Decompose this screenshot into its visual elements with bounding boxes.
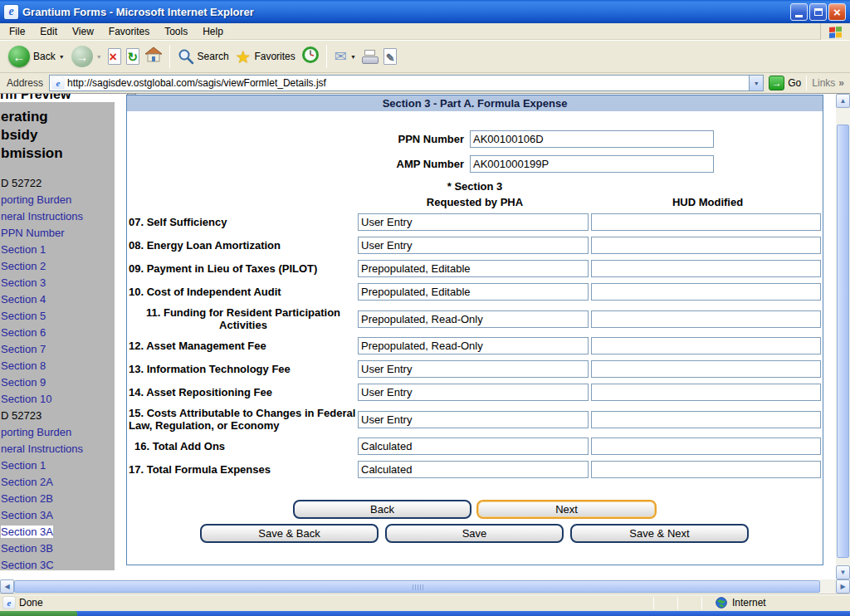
row-label: 16. Total Add Ons [127,440,358,452]
field-hud-modified[interactable] [591,461,821,478]
menu-bar: FileEditViewFavoritesToolsHelp [0,23,850,40]
field-hud-modified[interactable] [591,283,821,301]
restore-button[interactable] [809,3,827,21]
menu-items: FileEditViewFavoritesToolsHelp [0,23,231,39]
menu-item-help[interactable]: Help [195,23,231,40]
back-button[interactable]: Back [293,500,471,519]
address-input[interactable]: e http://sagisdev.ostglobal.com/sagis/vi… [49,75,764,91]
horizontal-scrollbar[interactable]: ◀ ▶ [0,579,850,594]
sidebar-link-section-3[interactable]: Section 3 [0,275,115,291]
menu-item-edit[interactable]: Edit [32,23,65,40]
menu-item-view[interactable]: View [65,23,101,40]
forward-button[interactable]: → ▼ [68,44,105,69]
ppn-number-field[interactable] [470,130,714,148]
sidebar-link-section-3c[interactable]: Section 3C [0,557,115,574]
close-button[interactable]: × [828,3,846,21]
sidebar-link-section-3b[interactable]: Section 3B [0,540,115,557]
sidebar-link-section-1[interactable]: Section 1 [0,242,115,258]
field-requested-by-pha[interactable] [358,411,589,428]
field-requested-by-pha[interactable] [358,360,589,378]
vertical-scrollbar-thumb[interactable] [837,125,849,558]
sidebar-link-ppn-number[interactable]: PPN Number [0,225,115,242]
save-back-button[interactable]: Save & Back [200,524,379,543]
field-requested-by-pha[interactable] [358,237,589,254]
field-hud-modified[interactable] [591,237,821,254]
window-title: Grantium Forms - Microsoft Internet Expl… [22,6,790,18]
field-hud-modified[interactable] [591,411,821,428]
menu-item-favorites[interactable]: Favorites [101,23,157,40]
field-requested-by-pha[interactable] [358,310,589,328]
sidebar-link-section-3a[interactable]: Section 3A [0,507,115,524]
sidebar-link-section-2b[interactable]: Section 2B [0,491,115,507]
scroll-left-button[interactable]: ◀ [0,579,14,594]
field-hud-modified[interactable] [591,384,821,401]
sidebar-link-neral-instructions[interactable]: neral Instructions [0,441,115,457]
forward-dropdown-icon[interactable]: ▼ [96,54,102,60]
back-button[interactable]: ← Back ▼ [5,44,68,69]
horizontal-scrollbar-thumb[interactable] [14,580,820,593]
sidebar-link-section-10[interactable]: Section 10 [0,391,115,408]
field-requested-by-pha[interactable] [358,438,589,455]
form-row-07-self-sufficiency: 07. Self Sufficiency [127,213,823,231]
field-hud-modified[interactable] [591,213,821,231]
field-requested-by-pha[interactable] [358,260,589,277]
scroll-right-button[interactable]: ▶ [836,579,850,594]
field-requested-by-pha[interactable] [358,384,589,401]
go-button[interactable]: → Go [769,76,801,90]
form-frame: Section 3 - Part A. Formula Expense PPN … [126,95,823,565]
search-button[interactable]: Search [174,46,232,66]
field-hud-modified[interactable] [591,438,821,455]
scroll-up-button[interactable]: ▲ [836,94,850,108]
field-hud-modified[interactable] [591,310,821,328]
minimize-icon [795,15,803,17]
sidebar-link-section-2[interactable]: Section 2 [0,258,115,275]
sidebar-link-section-1[interactable]: Section 1 [0,457,115,474]
stop-button[interactable]: × [108,48,121,65]
address-dropdown-button[interactable]: ▼ [749,76,763,90]
links-chevron-icon[interactable]: » [838,77,844,89]
minimize-button[interactable] [790,3,808,21]
sidebar-link-section-2a[interactable]: Section 2A [0,474,115,491]
sidebar-link-section-6[interactable]: Section 6 [0,325,115,341]
field-requested-by-pha[interactable] [358,461,589,478]
status-divider [653,597,654,609]
links-label[interactable]: Links [812,77,835,89]
history-button[interactable] [301,46,320,67]
sidebar-link-section-5[interactable]: Section 5 [0,308,115,325]
favorites-button[interactable]: ★ Favorites [232,46,299,67]
vertical-scrollbar[interactable]: ▲ ▼ [836,94,850,579]
field-requested-by-pha[interactable] [358,283,589,301]
menu-item-tools[interactable]: Tools [157,23,195,40]
print-button[interactable] [362,50,379,64]
field-requested-by-pha[interactable] [358,213,589,231]
sidebar-link-section-4[interactable]: Section 4 [0,291,115,308]
sidebar-link-section-8[interactable]: Section 8 [0,358,115,374]
status-text: Done [19,597,43,609]
refresh-button[interactable]: ↻ [126,48,139,65]
mail-dropdown-icon[interactable]: ▼ [350,54,356,60]
sidebar-link-porting-burden[interactable]: porting Burden [0,192,115,208]
back-dropdown-icon[interactable]: ▼ [59,54,65,60]
nav-buttons-row: BackNext [127,500,823,519]
sidebar-link-porting-burden[interactable]: porting Burden [0,424,115,441]
field-hud-modified[interactable] [591,260,821,277]
sidebar-link-section-7[interactable]: Section 7 [0,341,115,358]
sidebar-link-neral-instructions[interactable]: neral Instructions [0,208,115,225]
save-button[interactable]: Save [385,524,564,543]
field-hud-modified[interactable] [591,360,821,378]
search-label: Search [198,51,229,62]
sidebar-link-section-3a[interactable]: Section 3A [0,524,115,540]
edit-button[interactable]: ✎ [383,48,397,65]
menu-item-file[interactable]: File [2,23,32,40]
amp-number-field[interactable] [470,155,714,173]
sidebar-link-section-9[interactable]: Section 9 [0,374,115,391]
form-row-13-information-technology-fee: 13. Information Technology Fee [127,360,823,378]
home-button[interactable] [144,46,163,66]
field-requested-by-pha[interactable] [358,337,589,354]
scroll-down-button[interactable]: ▼ [836,565,850,579]
save-next-button[interactable]: Save & Next [570,524,749,543]
column-headers: Requested by PHA HUD Modified [127,196,823,208]
field-hud-modified[interactable] [591,337,821,354]
mail-button[interactable]: ✉ ▼ [331,47,359,66]
next-button[interactable]: Next [476,500,657,519]
